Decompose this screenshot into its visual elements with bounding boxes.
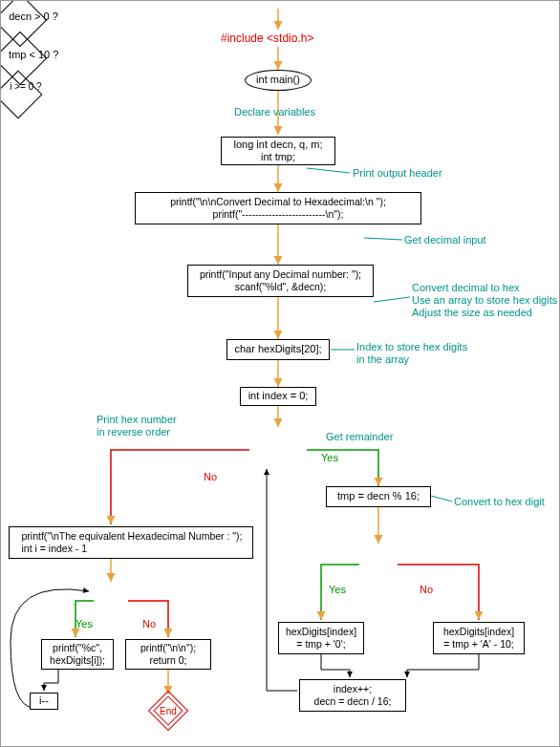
out-text: printf("\nThe equivalent Hexadecimal Num… [22,530,243,554]
cond1-yes: Yes [321,452,338,463]
input-node: printf("Input any Decimal number: "); sc… [187,265,374,297]
header-node: printf("\n\nConvert Decimal to Hexadecim… [135,192,421,224]
end-label: End [159,701,178,720]
cond1-no: No [204,471,217,482]
annot-tohex: Convert to hex digit [454,496,545,508]
annot-reverse: Print hex number in reverse order [97,414,177,438]
cond3-yes: Yes [75,618,93,630]
rem-text: tmp = decn % 16; [337,490,420,502]
input-text: printf("Input any Decimal number: "); sc… [200,268,361,292]
svg-line-15 [431,496,452,502]
dec-text: i-- [39,694,49,707]
digA-node: hexDigits[index] = tmp + 'A' - 10; [433,622,525,654]
dig0-node: hexDigits[index] = tmp + '0'; [278,622,364,654]
step-node: index++; decn = decn / 16; [299,679,406,712]
annot-idx: Index to store hex digits in the array [356,341,467,366]
main-label: int main() [256,74,300,86]
cond-i-label: i >= 0 ? [10,81,41,92]
annot-convert: Convert decimal to hex Use an array to s… [412,282,557,320]
decl-text: long int decn, q, m; int tmp; [234,139,323,163]
cond2-yes: Yes [329,584,346,595]
svg-line-12 [364,238,402,240]
step-text: index++; decn = decn / 16; [314,683,392,707]
rem-node: tmp = decn % 16; [326,486,431,507]
annot-declare: Declare variables [234,106,315,118]
buf-text: char hexDigits[20]; [234,343,321,355]
svg-line-11 [307,168,350,173]
header-text: printf("\n\nConvert Decimal to Hexadecim… [170,196,386,220]
putc-node: printf("%c", hexDigits[i]); [41,639,114,670]
dec-node: i-- [30,693,58,710]
include-directive: #include <stdio.h> [221,32,313,45]
nl-node: printf("\n\n"); return 0; [125,639,211,670]
putc-text: printf("%c", hexDigits[i]); [50,642,105,666]
annot-header: Print output header [353,167,442,180]
annot-input: Get decimal input [404,234,486,246]
annot-rem: Get remainder [326,431,393,443]
idx-text: int index = 0; [248,390,309,402]
digA-text: hexDigits[index] = tmp + 'A' - 10; [443,626,514,650]
cond-decn-label: decn > 0 ? [9,11,58,22]
decl-node: long int decn, q, m; int tmp; [221,137,335,165]
idx-node: int index = 0; [240,387,316,406]
dig0-text: hexDigits[index] = tmp + '0'; [286,626,356,650]
svg-line-13 [374,297,410,302]
buf-node: char hexDigits[20]; [226,339,330,360]
nl-text: printf("\n\n"); return 0; [140,642,196,666]
out-node: printf("\nThe equivalent Hexadecimal Num… [9,526,253,559]
main-node: int main() [245,70,312,91]
cond3-no: No [142,618,156,630]
cond2-no: No [420,584,433,595]
cond-tmp-label: tmp < 10 ? [9,49,58,60]
